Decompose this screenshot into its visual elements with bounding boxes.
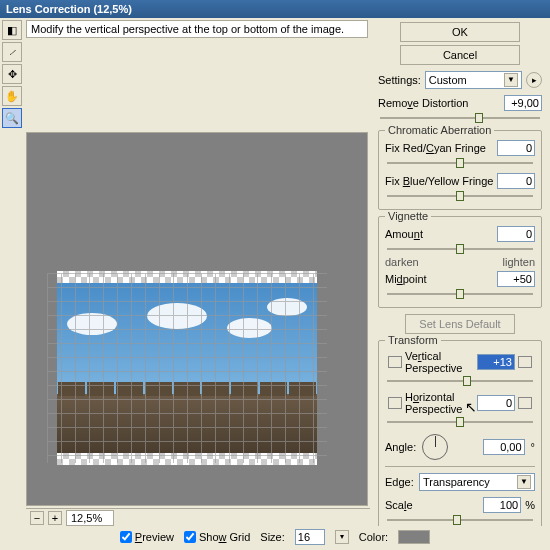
remove-distortion-slider[interactable] <box>380 112 540 124</box>
size-label: Size: <box>260 531 284 543</box>
scale-input[interactable] <box>483 497 521 513</box>
zoom-out-button[interactable]: − <box>30 511 44 525</box>
size-stepper[interactable]: ▾ <box>335 530 349 544</box>
left-panel: ◧ ⟋ ✥ ✋ 🔍 Modify the vertical perspectiv… <box>0 18 370 526</box>
image-canvas <box>57 283 317 453</box>
scale-slider[interactable] <box>387 514 533 526</box>
vignette-midpoint-input[interactable] <box>497 271 535 287</box>
straighten-tool[interactable]: ⟋ <box>2 42 22 62</box>
vignette-amount-slider[interactable] <box>387 243 533 255</box>
hpersp-right-icon <box>518 397 532 409</box>
settings-dropdown[interactable]: Custom▼ <box>425 71 522 89</box>
zoom-value[interactable]: 12,5% <box>66 510 114 526</box>
zoom-tool[interactable]: 🔍 <box>2 108 22 128</box>
angle-label: Angle: <box>385 441 416 453</box>
hpersp-left-icon <box>388 397 402 409</box>
angle-input[interactable] <box>483 439 525 455</box>
preview-checkbox[interactable]: Preview <box>120 531 174 543</box>
blue-yellow-input[interactable] <box>497 173 535 189</box>
grid-color-swatch[interactable] <box>398 530 430 544</box>
vignette-group: Vignette Amount darkenlighten Midpoint <box>378 216 542 308</box>
cancel-button[interactable]: Cancel <box>400 45 520 65</box>
controls-panel: OK Cancel Settings: Custom▼ ▸ Remove Dis… <box>370 18 550 526</box>
remove-distortion-input[interactable] <box>504 95 542 111</box>
footer-bar: Preview Show Grid Size: ▾ Color: <box>0 526 550 548</box>
hpersp-input[interactable] <box>477 395 515 411</box>
grid-size-input[interactable] <box>295 529 325 545</box>
distortion-tool[interactable]: ◧ <box>2 20 22 40</box>
settings-menu-icon[interactable]: ▸ <box>526 72 542 88</box>
tool-palette: ◧ ⟋ ✥ ✋ 🔍 <box>0 18 24 130</box>
main-area: ◧ ⟋ ✥ ✋ 🔍 Modify the vertical perspectiv… <box>0 18 550 526</box>
color-label: Color: <box>359 531 388 543</box>
vignette-amount-input[interactable] <box>497 226 535 242</box>
vignette-midpoint-slider[interactable] <box>387 288 533 300</box>
remove-distortion-label: Remove Distortion <box>378 97 504 109</box>
transform-group: Transform Vertical Perspective ↖ Horizon… <box>378 340 542 526</box>
zoom-bar: − + 12,5% <box>26 508 370 526</box>
showgrid-checkbox[interactable]: Show Grid <box>184 531 250 543</box>
vpersp-input[interactable] <box>477 354 515 370</box>
vpersp-top-icon <box>388 356 402 368</box>
blue-yellow-slider[interactable] <box>387 190 533 202</box>
red-cyan-input[interactable] <box>497 140 535 156</box>
move-tool[interactable]: ✥ <box>2 64 22 84</box>
hpersp-slider[interactable] <box>387 416 533 428</box>
title-bar: Lens Correction (12,5%) <box>0 0 550 18</box>
hint-bar: Modify the vertical perspective at the t… <box>26 20 368 38</box>
settings-label: Settings: <box>378 74 421 86</box>
zoom-in-button[interactable]: + <box>48 511 62 525</box>
hand-tool[interactable]: ✋ <box>2 86 22 106</box>
edge-dropdown[interactable]: Transparency▼ <box>419 473 535 491</box>
vpersp-bottom-icon <box>518 356 532 368</box>
ok-button[interactable]: OK <box>400 22 520 42</box>
vpersp-slider[interactable]: ↖ <box>387 375 533 387</box>
preview-area[interactable] <box>26 132 368 506</box>
red-cyan-slider[interactable] <box>387 157 533 169</box>
chromatic-group: Chromatic Aberration Fix Red/Cyan Fringe… <box>378 130 542 210</box>
angle-dial[interactable] <box>422 434 448 460</box>
edge-label: Edge: <box>385 476 419 488</box>
set-lens-default-button[interactable]: Set Lens Default <box>405 314 515 334</box>
